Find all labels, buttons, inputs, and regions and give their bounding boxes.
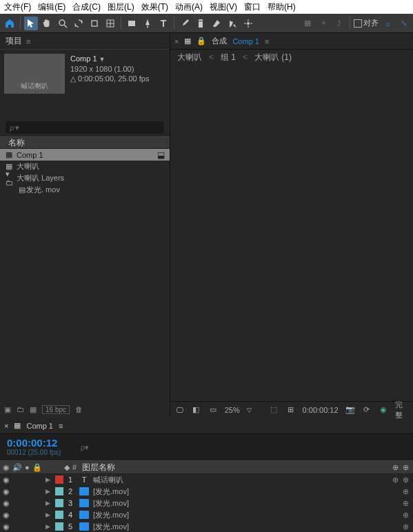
- search-icon[interactable]: ⌕: [381, 17, 394, 30]
- breadcrumb-item[interactable]: 大喇叭 (1): [254, 52, 292, 63]
- breadcrumb-item[interactable]: 大喇叭: [177, 52, 202, 63]
- toggle-alpha-icon[interactable]: ◧: [191, 405, 201, 416]
- menu-effect[interactable]: 效果(T): [141, 1, 168, 13]
- project-item[interactable]: ▤发光. mov: [0, 184, 170, 196]
- timeline-layer[interactable]: ◉ ▶ 5 [发光.mov] ⊕: [0, 521, 413, 532]
- new-folder-icon[interactable]: 🗀: [17, 405, 24, 413]
- visibility-toggle[interactable]: ◉: [3, 522, 11, 531]
- pen-tool[interactable]: [141, 17, 154, 30]
- brush-tool[interactable]: [178, 17, 192, 30]
- lock-column-icon[interactable]: 🔒: [32, 463, 42, 472]
- lock-icon[interactable]: 🔒: [197, 37, 206, 45]
- timeline-search-icon[interactable]: ρ▾: [81, 443, 89, 452]
- close-tab-icon[interactable]: ×: [174, 37, 179, 45]
- orbit-tool[interactable]: [72, 17, 85, 30]
- clone-tool[interactable]: [194, 17, 208, 30]
- project-item[interactable]: ▦Comp 1⬓: [0, 149, 170, 161]
- switch-icon[interactable]: ⊕: [403, 522, 409, 531]
- solo-column-icon[interactable]: ●: [25, 463, 30, 471]
- snapshot-icon[interactable]: 📷: [345, 405, 355, 416]
- trash-icon[interactable]: 🗑: [75, 405, 83, 413]
- visibility-toggle[interactable]: ◉: [3, 487, 11, 496]
- audio-column-icon[interactable]: 🔊: [12, 463, 22, 472]
- close-tab-icon[interactable]: ×: [4, 422, 8, 430]
- refresh-icon[interactable]: ⟳: [362, 405, 372, 416]
- visibility-toggle[interactable]: ◉: [3, 511, 11, 520]
- display-icon[interactable]: 🖵: [174, 405, 184, 416]
- expand-layer-icon[interactable]: ▶: [46, 523, 50, 530]
- label-column-icon[interactable]: ◆: [64, 463, 70, 472]
- menu-animation[interactable]: 动画(A): [175, 1, 203, 13]
- rectangle-tool[interactable]: [125, 17, 139, 30]
- timeline-layer[interactable]: ◉ ▶ 1 T 喊话喇叭 ⊕⊕: [0, 474, 413, 486]
- switch-icon[interactable]: ⊕: [403, 487, 409, 496]
- dropdown-icon[interactable]: ▼: [99, 56, 105, 63]
- breadcrumb-item[interactable]: 组 1: [221, 52, 236, 63]
- expand-icon[interactable]: ⤡: [396, 17, 410, 30]
- expand-layer-icon[interactable]: ▶: [46, 476, 50, 483]
- color-icon[interactable]: ◉: [379, 405, 388, 416]
- comp-thumbnail[interactable]: 喊话喇叭: [4, 54, 65, 94]
- node-icon[interactable]: ⚬: [316, 17, 330, 30]
- home-button[interactable]: [3, 17, 17, 30]
- interpret-icon[interactable]: ▣: [4, 405, 11, 414]
- resolution-label[interactable]: 完整: [395, 400, 409, 420]
- label-swatch[interactable]: [55, 487, 63, 495]
- label-swatch[interactable]: [55, 499, 63, 507]
- number-column[interactable]: #: [72, 463, 77, 471]
- grid-icon[interactable]: ▦: [301, 17, 314, 30]
- project-item[interactable]: ▦大喇叭: [0, 161, 170, 172]
- roto-tool[interactable]: [225, 17, 239, 30]
- timeline-tab-name[interactable]: Comp 1: [26, 422, 53, 430]
- timeline-layer[interactable]: ◉ ▶ 4 [发光.mov] ⊕: [0, 509, 413, 521]
- visibility-toggle[interactable]: ◉: [3, 499, 11, 508]
- align-toggle[interactable]: 对齐: [354, 18, 379, 28]
- composition-viewer[interactable]: [170, 65, 413, 401]
- switch-icon[interactable]: ⊕: [403, 511, 409, 520]
- project-search[interactable]: ρ▾: [6, 121, 164, 134]
- menu-edit[interactable]: 编辑(E): [38, 1, 66, 13]
- eraser-tool[interactable]: [210, 17, 223, 30]
- parent-column-icon[interactable]: ⊕: [392, 463, 399, 472]
- expand-layer-icon[interactable]: ▶: [46, 500, 50, 507]
- flowchart-icon[interactable]: ⬓: [157, 150, 167, 160]
- chevron-down-icon[interactable]: ▽: [247, 407, 252, 413]
- visibility-toggle[interactable]: ◉: [3, 475, 11, 484]
- label-swatch[interactable]: [55, 522, 63, 531]
- label-swatch[interactable]: [55, 475, 63, 484]
- menu-help[interactable]: 帮助(H): [268, 1, 296, 13]
- menu-composition[interactable]: 合成(C): [72, 1, 101, 13]
- zoom-tool[interactable]: [56, 17, 70, 30]
- panel-menu-icon[interactable]: ≡: [265, 37, 269, 45]
- switch-icon[interactable]: ⊕: [392, 475, 399, 484]
- mask-icon[interactable]: ▭: [208, 405, 217, 416]
- expand-layer-icon[interactable]: ▶: [46, 511, 50, 518]
- project-column-header[interactable]: 名称: [0, 136, 170, 149]
- selection-tool[interactable]: [24, 17, 38, 30]
- rotation-tool[interactable]: [88, 17, 101, 30]
- menu-view[interactable]: 视图(V): [210, 1, 237, 13]
- label-swatch[interactable]: [55, 511, 63, 519]
- menu-file[interactable]: 文件(F): [4, 1, 31, 13]
- zoom-level[interactable]: 25%: [225, 406, 240, 414]
- panel-menu-icon[interactable]: ≡: [26, 37, 30, 45]
- eye-column-icon[interactable]: ◉: [3, 463, 10, 472]
- comp-tab-name[interactable]: Comp 1: [232, 37, 259, 45]
- grid-icon[interactable]: ⊞: [285, 405, 295, 416]
- timeline-layer[interactable]: ◉ ▶ 3 [发光.mov] ⊕: [0, 498, 413, 509]
- current-time[interactable]: 0:00:00:12: [303, 406, 339, 414]
- switch-icon[interactable]: ⊕: [403, 475, 409, 484]
- panel-menu-icon[interactable]: ≡: [59, 422, 63, 430]
- timecode[interactable]: 0:00:00:12: [7, 437, 72, 449]
- share-icon[interactable]: ⤴: [332, 17, 346, 30]
- project-item[interactable]: ▾ 🗀大喇叭 Layers: [0, 172, 170, 184]
- menu-layer[interactable]: 图层(L): [108, 1, 134, 13]
- timeline-layer[interactable]: ◉ ▶ 2 [发光.mov] ⊕: [0, 486, 413, 498]
- switch-icon[interactable]: ⊕: [403, 499, 409, 508]
- hand-tool[interactable]: [40, 17, 54, 30]
- bpc-toggle[interactable]: 16 bpc: [42, 405, 70, 414]
- anchor-tool[interactable]: [103, 17, 117, 30]
- layer-name-column[interactable]: 图层名称: [79, 462, 115, 473]
- menu-window[interactable]: 窗口: [244, 1, 261, 13]
- text-tool[interactable]: T: [157, 17, 170, 30]
